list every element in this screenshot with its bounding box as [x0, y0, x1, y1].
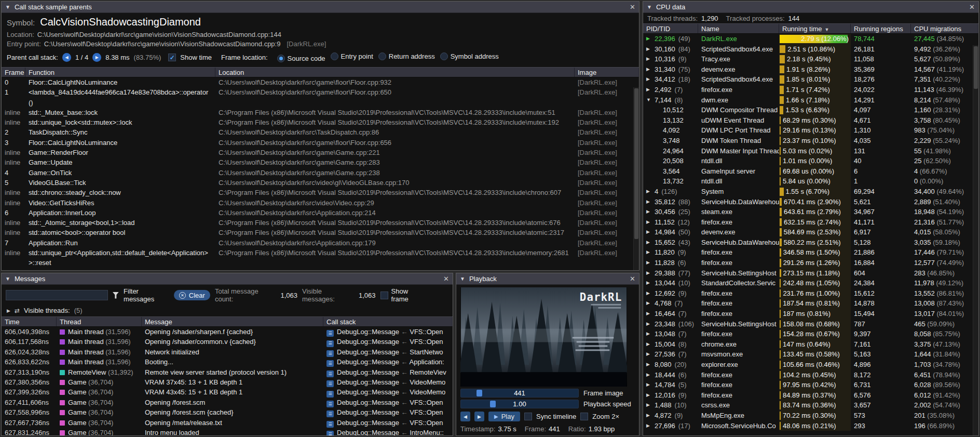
- column-header-running-time[interactable]: Running time▼: [779, 24, 851, 33]
- zoom-2x-checkbox[interactable]: [580, 413, 588, 420]
- cpu-scrollbar[interactable]: [973, 45, 978, 435]
- close-icon[interactable]: ✕: [630, 275, 635, 283]
- collapse-icon[interactable]: ▼: [5, 4, 10, 10]
- callstack-icon[interactable]: ☰: [326, 410, 334, 417]
- cpu-data-row[interactable]: ▶11,828(6)firefox.exe291.26 ms (1.26%)16…: [643, 258, 978, 268]
- message-callstack[interactable]: ☰DebugLog::Message ← VFS::Open: [323, 418, 453, 428]
- cpu-data-row[interactable]: ▶8,080(20)explorer.exe105.66 ms (0.46%)4…: [643, 360, 978, 370]
- callstack-frame-row[interactable]: inlinestd::unique_lock<std::mutex>::lock…: [2, 117, 639, 127]
- column-header-call-stack[interactable]: Call stack: [323, 317, 453, 326]
- cpu-data-row[interactable]: ▶16,464(7)firefox.exe187 ms (0.81%)15,49…: [643, 309, 978, 319]
- callstack-icon[interactable]: ☰: [326, 360, 334, 367]
- cpu-data-row[interactable]: ▶15,652(43)ServiceHub.DataWarehou580.22 …: [643, 237, 978, 248]
- column-header-thread[interactable]: Thread: [57, 317, 142, 326]
- collapse-icon[interactable]: ▼: [647, 4, 652, 10]
- collapse-icon[interactable]: ▼: [460, 276, 465, 282]
- cpu-data-row[interactable]: 3,748DWM Token Thread23.37 ms (0.10%)4,0…: [643, 136, 978, 146]
- message-callstack[interactable]: ☰DebugLog::Message ← VideoMemo: [323, 377, 453, 387]
- message-callstack[interactable]: ☰DebugLog::Message ← IntroMenu::: [323, 428, 453, 435]
- cpu-titlebar[interactable]: ▼ CPU data ✕: [643, 2, 978, 13]
- close-icon[interactable]: ✕: [969, 3, 975, 11]
- expand-icon[interactable]: ▶: [646, 360, 652, 370]
- radio-entry-point[interactable]: [331, 52, 338, 60]
- callstack-frame-row[interactable]: inlinestd::unique_ptr<Application,std::d…: [2, 248, 639, 268]
- radio-return-address[interactable]: [378, 52, 386, 60]
- callstack-scrollbar[interactable]: [633, 87, 639, 270]
- cpu-data-row[interactable]: 13,732ntdll.dll5.84 us (0.00%)10 (0.00%): [643, 176, 978, 187]
- cpu-data-row[interactable]: ▶35,812(88)ServiceHub.DataWarehou670.41 …: [643, 197, 978, 207]
- expand-icon[interactable]: ▶: [646, 339, 652, 350]
- expand-icon[interactable]: ▶: [646, 207, 652, 217]
- message-filter-input[interactable]: [6, 290, 108, 300]
- callstack-frame-row[interactable]: inlineGame::RenderFloorC:\Users\wolf\Des…: [2, 148, 639, 157]
- callstack-scrollbar-thumb[interactable]: [634, 88, 638, 239]
- next-frame-button[interactable]: ▶: [474, 412, 484, 421]
- cpu-data-row[interactable]: ▶14,784(5)firefox.exe97.95 ms (0.42%)6,7…: [643, 380, 978, 390]
- clear-filter-button[interactable]: ✕ Clear: [174, 290, 210, 300]
- expand-icon[interactable]: ▶: [646, 227, 652, 237]
- callstack-frame-row[interactable]: 6Application::InnerLoopC:\Users\wolf\Des…: [2, 208, 639, 218]
- cpu-data-row[interactable]: 4,092DWM LPC Port Thread29.16 ms (0.13%)…: [643, 125, 978, 136]
- column-header-name[interactable]: Name: [698, 24, 779, 33]
- message-row[interactable]: 627,399,326nsGame (36,704)VRAM 43x45: 15…: [2, 387, 453, 397]
- message-row[interactable]: 626,024,328nsMain thread (31,596)Network…: [2, 347, 453, 357]
- expand-icon[interactable]: ▶: [646, 237, 652, 248]
- radio-symbol-address[interactable]: [440, 52, 448, 60]
- expand-icon[interactable]: ▶: [646, 309, 652, 319]
- callstack-frame-row[interactable]: 0Floor::CalcLightNoLuminanceC:\Users\wol…: [2, 77, 639, 87]
- cpu-data-row[interactable]: ▶10,316(9)Tracy.exe2.18 s (9.45%)11,0585…: [643, 54, 978, 64]
- expand-icon[interactable]: ▶: [646, 349, 652, 360]
- callstack-icon[interactable]: ☰: [326, 350, 334, 357]
- message-row[interactable]: 606,117,568nsMain thread (31,596)Opening…: [2, 337, 453, 347]
- expand-icon[interactable]: ▶: [646, 85, 652, 95]
- expand-icon[interactable]: ▶: [646, 34, 652, 44]
- expand-icon[interactable]: ▶: [646, 278, 652, 288]
- callstack-frame-row[interactable]: inlineGame::UpdateC:\Users\wolf\Desktop\…: [2, 157, 639, 167]
- cpu-data-row[interactable]: 20,508ntdll.dll1.01 ms (0.00%)4025 (62.5…: [643, 156, 978, 166]
- expand-icon[interactable]: ▶: [646, 298, 652, 309]
- frame-image-slider[interactable]: 441: [460, 389, 579, 398]
- cpu-data-row[interactable]: 13,132uDWM Event Thread68.29 ms (0.30%)4…: [643, 115, 978, 126]
- cpu-data-row[interactable]: ▶27,536(7)msvsmon.exe133.45 ms (0.58%)5,…: [643, 349, 978, 360]
- expand-icon[interactable]: ▶: [646, 319, 652, 329]
- cpu-data-row[interactable]: ▶2,492(7)firefox.exe1.71 s (7.42%)24,022…: [643, 85, 978, 95]
- callstack-icon[interactable]: ☰: [326, 370, 334, 377]
- callstack-icon[interactable]: ☰: [326, 421, 334, 428]
- callstack-frame-row[interactable]: 5VideoGLBase::TickC:\Users\wolf\Desktop\…: [2, 178, 639, 188]
- expand-icon[interactable]: ▶: [646, 370, 652, 380]
- expand-icon[interactable]: ▶: [646, 217, 652, 228]
- message-callstack[interactable]: ☰DebugLog::Message ← StartNetwo: [323, 347, 453, 357]
- expand-icon[interactable]: ▶: [646, 268, 652, 279]
- expand-icon[interactable]: ▶: [646, 44, 652, 55]
- cpu-data-row[interactable]: ▶13,044(10)StandardCollector.Servic242.4…: [643, 278, 978, 288]
- expand-icon[interactable]: ▶: [646, 197, 652, 207]
- playback-titlebar[interactable]: ▼ Playback ✕: [456, 273, 639, 285]
- cpu-data-row[interactable]: ▶30,160(84)ScriptedSandbox64.exe2.51 s (…: [643, 44, 978, 55]
- expand-icon[interactable]: ▶: [646, 64, 652, 75]
- column-header-message[interactable]: Message: [142, 317, 323, 326]
- play-button[interactable]: ▶ Play: [488, 412, 520, 421]
- cpu-data-row[interactable]: ▶13,048(7)firefox.exe154.28 ms (0.67%)9,…: [643, 329, 978, 339]
- callstack-frame-row[interactable]: 4Game::OnTickC:\Users\wolf\Desktop\darkr…: [2, 168, 639, 178]
- collapse-icon[interactable]: ▼: [5, 276, 10, 282]
- cpu-data-row[interactable]: 10,512DWM Compositor Thread1.53 s (6.63%…: [643, 105, 978, 115]
- column-header-location[interactable]: Location: [215, 68, 575, 77]
- expand-icon[interactable]: ▶: [646, 400, 652, 410]
- expand-icon[interactable]: ▶: [646, 421, 652, 431]
- callstack-titlebar[interactable]: ▼ Call stack sample parents ✕: [2, 2, 639, 13]
- column-header-frame[interactable]: Frame: [2, 68, 25, 77]
- frame-location-option[interactable]: Symbol address: [440, 52, 499, 60]
- callstack-icon[interactable]: ☰: [326, 380, 334, 387]
- expand-icon[interactable]: ▶: [646, 288, 652, 299]
- expand-icon[interactable]: ▶: [646, 329, 652, 339]
- callstack-frame-row[interactable]: 7Application::RunC:\Users\wolf\Desktop\d…: [2, 238, 639, 248]
- cpu-data-row[interactable]: ▶30,456(25)steam.exe643.61 ms (2.79%)34,…: [643, 207, 978, 217]
- message-callstack[interactable]: ☰DebugLog::Message ← Application:: [323, 357, 453, 367]
- cpu-data-row[interactable]: ▶27,696(17)Microsoft.ServiceHub.Co48.06 …: [643, 421, 978, 431]
- message-row[interactable]: 627,313,190nsRemoteView (31,392)Remote v…: [2, 367, 453, 377]
- expand-icon[interactable]: ▶: [646, 247, 652, 258]
- expand-icon[interactable]: ▶: [7, 308, 10, 313]
- cpu-data-row[interactable]: ▶29,388(77)ServiceHub.SettingsHost273.15…: [643, 268, 978, 279]
- cpu-data-row[interactable]: ▶1,488(10)csrss.exe83.74 ms (0.36%)3,657…: [643, 400, 978, 410]
- callstack-icon[interactable]: ☰: [326, 391, 334, 398]
